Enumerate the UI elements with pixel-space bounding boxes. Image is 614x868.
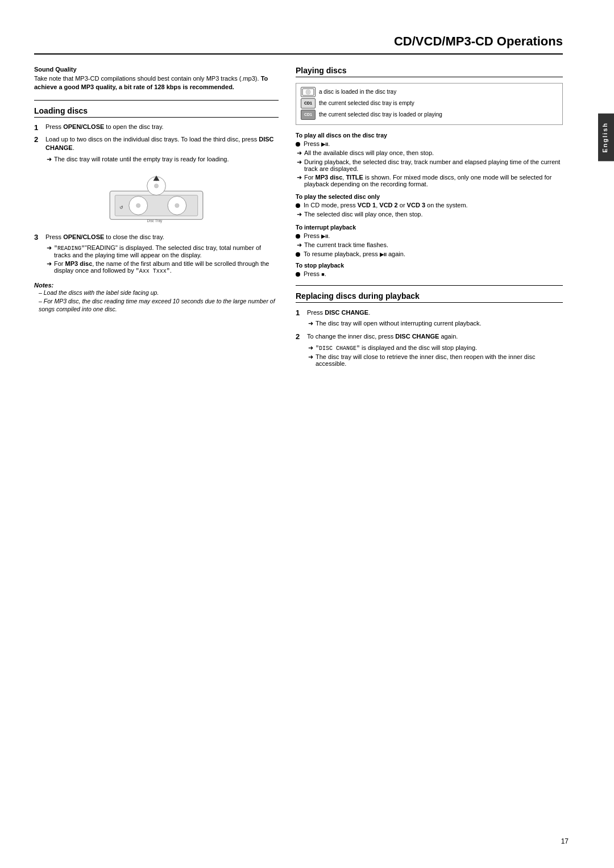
svg-point-14: [308, 91, 309, 93]
step-1-number: 1: [34, 123, 42, 132]
replacing-step-2-num: 2: [296, 332, 304, 368]
notes-title: Notes:: [34, 282, 279, 289]
replacing-step-1-content: Press DISC CHANGE. ➜ The disc tray will …: [307, 308, 563, 329]
play-all-arrow-2: ➜ During playback, the selected disc tra…: [296, 158, 563, 172]
bullet-dot-2: [296, 203, 300, 208]
note-2: – For MP3 disc, the disc reading time ma…: [34, 297, 279, 314]
loading-step-3: 3 Press OPEN/CLOSE to close the disc tra…: [34, 233, 279, 276]
svg-text:↺: ↺: [119, 205, 123, 210]
legend-icon-cd1-loaded: CD1: [301, 110, 316, 120]
replacing-step-2-arrow-1: ➜ "DISC CHANGE" is displayed and the dis…: [307, 344, 563, 352]
playing-discs-title: Playing discs: [296, 66, 563, 77]
bullet-dot-4: [296, 252, 300, 257]
interrupt-arrow-1: ➜ The current track time flashes.: [296, 241, 563, 249]
legend-icon-cd1-empty: CD1: [301, 98, 316, 108]
step-1-content: Press OPEN/CLOSE to open the disc tray.: [45, 123, 279, 132]
interrupt-subheading: To interrupt playback: [296, 224, 563, 231]
step-2-content: Load up to two discs on the individual d…: [45, 135, 279, 165]
page-number: 17: [561, 837, 569, 845]
left-column: Sound Quality Take note that MP3-CD comp…: [34, 66, 279, 372]
stop-icon: ■: [321, 272, 324, 277]
legend-icon-open: [301, 87, 316, 97]
loading-step-1: 1 Press OPEN/CLOSE to open the disc tray…: [34, 123, 279, 132]
note-1: – Load the discs with the label side fac…: [34, 289, 279, 297]
replacing-step-1: 1 Press DISC CHANGE. ➜ The disc tray wil…: [296, 308, 563, 329]
legend-text-1: a disc is loaded in the disc tray: [319, 87, 396, 97]
step-2-number: 2: [34, 135, 42, 165]
play-pause-icon-3: ▶II: [380, 252, 387, 257]
sound-quality-title: Sound Quality: [34, 66, 279, 73]
play-all-arrow-1: ➜ All the available discs will play once…: [296, 149, 563, 157]
replacing-discs-title: Replacing discs during playback: [296, 291, 563, 303]
stop-subheading: To stop playback: [296, 262, 563, 269]
sound-quality-section: Sound Quality Take note that MP3-CD comp…: [34, 66, 279, 92]
replacing-step-1-num: 1: [296, 308, 304, 329]
sound-quality-para1: Take note that MP3-CD compilations shoul…: [34, 74, 279, 92]
play-selected-subheading: To play the selected disc only: [296, 193, 563, 200]
step-3-arrow-1: ➜ "READING""READING" is displayed. The s…: [45, 244, 279, 258]
svg-point-3: [136, 203, 140, 207]
replacing-step-1-arrow-1: ➜ The disc tray will open without interr…: [307, 320, 563, 327]
disc-tray-illustration-container: ↺ Disc Tray: [34, 170, 279, 227]
replacing-step-2-content: To change the inner disc, press DISC CHA…: [307, 332, 563, 368]
section-divider-2: [296, 285, 563, 286]
step-3-number: 3: [34, 233, 42, 276]
svg-point-5: [154, 183, 158, 187]
step-3-content: Press OPEN/CLOSE to close the disc tray.…: [45, 233, 279, 276]
loading-discs-title: Loading discs: [34, 106, 279, 118]
play-all-arrow-3: ➜ For MP3 disc, TITLE is shown. For mixe…: [296, 174, 563, 187]
legend-text-2: the current selected disc tray is empty: [319, 99, 414, 108]
resume-bullet: To resume playback, press ▶II again.: [296, 251, 563, 257]
play-selected-arrow-1: ➜ The selected disc will play once, then…: [296, 211, 563, 218]
notes-section: Notes: – Load the discs with the label s…: [34, 282, 279, 314]
loading-step-2: 2 Load up to two discs on the individual…: [34, 135, 279, 165]
right-column: Playing discs a disc is loaded in the di…: [296, 66, 563, 372]
legend-row-1: a disc is loaded in the disc tray: [301, 87, 558, 97]
replacing-discs-section: Replacing discs during playback 1 Press …: [296, 291, 563, 369]
sidebar-language-label: English: [601, 122, 608, 153]
replacing-step-2: 2 To change the inner disc, press DISC C…: [296, 332, 563, 368]
bullet-dot-5: [296, 272, 300, 277]
playing-discs-section: Playing discs a disc is loaded in the di…: [296, 66, 563, 277]
section-divider-1: [34, 100, 279, 101]
bullet-dot-3: [296, 234, 300, 239]
disc-tray-svg: ↺ Disc Tray: [102, 170, 210, 227]
stop-bullet: Press ■.: [296, 270, 563, 277]
legend-row-3: CD1 the current selected disc tray is lo…: [301, 110, 558, 120]
legend-row-2: CD1 the current selected disc tray is em…: [301, 98, 558, 108]
step-3-arrow-2: ➜ For MP3 disc, the name of the first al…: [45, 260, 279, 274]
step-3-arrow-1-text: "READING""READING" is displayed. The sel…: [54, 244, 279, 258]
interrupt-bullet: Press ▶II.: [296, 232, 563, 239]
page: English CD/VCD/MP3-CD Operations Sound Q…: [0, 0, 614, 868]
play-pause-icon-2: ▶II: [321, 233, 328, 239]
play-all-bullet: Press ▶II.: [296, 140, 563, 147]
step-2-arrow-1: ➜ The disc tray will rotate until the em…: [45, 156, 279, 163]
replacing-step-2-arrow-2: ➜ The disc tray will close to retrieve t…: [307, 353, 563, 367]
svg-point-7: [175, 203, 179, 207]
svg-text:Disc Tray: Disc Tray: [147, 218, 163, 223]
play-pause-icon-1: ▶II: [321, 141, 328, 147]
playing-discs-legend: a disc is loaded in the disc tray CD1 th…: [296, 83, 563, 125]
play-selected-bullet: In CD mode, press VCD 1, VCD 2 or VCD 3 …: [296, 202, 563, 208]
play-all-subheading: To play all discs on the disc tray: [296, 132, 563, 139]
page-title: CD/VCD/MP3-CD Operations: [34, 34, 563, 55]
legend-text-3: the current selected disc tray is loaded…: [319, 110, 442, 119]
bullet-dot-1: [296, 142, 300, 147]
content-area: Sound Quality Take note that MP3-CD comp…: [34, 66, 580, 372]
sidebar-language-tab: English: [598, 114, 614, 161]
loading-discs-section: Loading discs 1 Press OPEN/CLOSE to open…: [34, 106, 279, 314]
